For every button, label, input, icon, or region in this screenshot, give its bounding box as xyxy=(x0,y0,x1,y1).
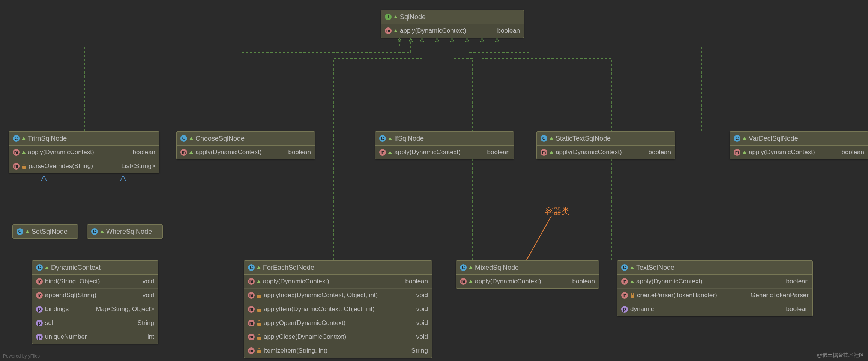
node-title: SetSqlNode xyxy=(32,228,68,236)
member-row: m apply(DynamicContext) boolean xyxy=(537,146,675,159)
node-foreachsqlnode[interactable]: C ForEachSqlNode m apply(DynamicContext)… xyxy=(244,260,432,358)
member-sig: applyOpen(DynamicContext) xyxy=(264,319,414,327)
node-trimsqlnode[interactable]: C TrimSqlNode m apply(DynamicContext) bo… xyxy=(9,131,159,173)
implements-up-icon xyxy=(550,137,553,140)
annotation-label: 容器类 xyxy=(545,206,570,217)
method-icon: m xyxy=(248,320,255,326)
node-choosesqlnode[interactable]: C ChooseSqlNode m apply(DynamicContext) … xyxy=(176,131,315,159)
property-icon: p xyxy=(36,334,43,340)
property-icon: p xyxy=(36,320,43,326)
node-title: StaticTextSqlNode xyxy=(556,135,611,143)
member-ret: List<String> xyxy=(121,162,155,170)
member-sig: dynamic xyxy=(630,305,784,313)
member-ret: void xyxy=(143,278,154,285)
member-row: m itemizeItem(String, int) String xyxy=(244,344,432,358)
member-ret: boolean xyxy=(786,278,809,285)
node-vardeclsqlnode[interactable]: C VarDeclSqlNode m apply(DynamicContext)… xyxy=(730,131,868,159)
member-ret: Map<String, Object> xyxy=(96,305,154,313)
member-sig: parseOverrides(String) xyxy=(29,162,119,170)
implements-up-icon xyxy=(45,266,49,269)
override-icon xyxy=(743,151,746,154)
member-row: p bindings Map<String, Object> xyxy=(32,302,158,316)
member-row: m parseOverrides(String) List<String> xyxy=(9,159,159,173)
member-row: p uniqueNumber int xyxy=(32,330,158,344)
lock-icon xyxy=(257,320,261,326)
override-icon xyxy=(394,29,398,32)
method-icon: m xyxy=(379,149,386,156)
implements-up-icon xyxy=(100,230,104,233)
method-icon: m xyxy=(13,149,20,156)
member-row: m bind(String, Object) void xyxy=(32,275,158,289)
class-icon: C xyxy=(36,264,43,271)
member-row: m createParser(TokenHandler) GenericToke… xyxy=(617,289,812,302)
method-icon: m xyxy=(541,149,547,156)
node-mixedsqlnode[interactable]: C MixedSqlNode m apply(DynamicContext) b… xyxy=(456,260,599,289)
implements-up-icon xyxy=(26,230,29,233)
node-sqlnode[interactable]: I SqlNode m apply(DynamicContext) boolea… xyxy=(381,10,524,38)
node-title: VarDeclSqlNode xyxy=(749,135,798,143)
node-setsqlnode[interactable]: C SetSqlNode xyxy=(12,224,78,239)
node-textsqlnode[interactable]: C TextSqlNode m apply(DynamicContext) bo… xyxy=(617,260,813,316)
member-sig: itemizeItem(String, int) xyxy=(264,347,409,355)
class-icon: C xyxy=(13,135,20,142)
override-icon xyxy=(22,151,26,154)
node-header: C WhereSqlNode xyxy=(87,225,162,238)
member-sig: applyClose(DynamicContext) xyxy=(264,333,414,341)
implements-up-icon xyxy=(388,137,392,140)
class-icon: C xyxy=(17,228,23,235)
implements-up-icon xyxy=(743,137,746,140)
class-icon: C xyxy=(460,264,467,271)
method-icon: m xyxy=(248,292,255,299)
class-icon: C xyxy=(734,135,740,142)
member-sig: apply(DynamicContext) xyxy=(475,278,570,285)
member-row: p sql String xyxy=(32,316,158,330)
implements-up-icon xyxy=(630,266,634,269)
node-title: MixedSqlNode xyxy=(475,264,519,272)
member-row: m apply(DynamicContext) boolean xyxy=(456,275,599,288)
node-title: WhereSqlNode xyxy=(106,228,152,236)
member-ret: boolean xyxy=(487,149,510,156)
member-ret: boolean xyxy=(405,278,428,285)
node-title: SqlNode xyxy=(400,13,426,21)
member-sig: apply(DynamicContext) xyxy=(556,149,646,156)
member-sig: apply(DynamicContext) xyxy=(28,149,130,156)
method-icon: m xyxy=(180,149,187,156)
member-sig: bind(String, Object) xyxy=(45,278,140,285)
lock-icon xyxy=(630,293,635,298)
member-ret: void xyxy=(416,305,428,313)
powered-by-text: Powered by yFiles xyxy=(3,353,40,359)
member-row: m apply(DynamicContext) boolean xyxy=(730,146,868,159)
class-icon: C xyxy=(91,228,98,235)
member-row: m applyIndex(DynamicContext, Object, int… xyxy=(244,289,432,302)
node-title: TrimSqlNode xyxy=(28,135,67,143)
node-statictextsqlnode[interactable]: C StaticTextSqlNode m apply(DynamicConte… xyxy=(536,131,675,159)
node-wheresqlnode[interactable]: C WhereSqlNode xyxy=(87,224,163,239)
member-sig: apply(DynamicContext) xyxy=(636,278,784,285)
class-icon: C xyxy=(379,135,386,142)
member-sig: uniqueNumber xyxy=(45,333,145,341)
member-row: m applyOpen(DynamicContext) void xyxy=(244,316,432,330)
implements-up-icon xyxy=(257,266,261,269)
node-header: C MixedSqlNode xyxy=(456,261,599,275)
method-icon: m xyxy=(734,149,740,156)
member-ret: boolean xyxy=(497,27,520,35)
override-icon xyxy=(257,280,261,283)
class-icon: C xyxy=(248,264,255,271)
node-header: C DynamicContext xyxy=(32,261,158,275)
member-ret: boolean xyxy=(648,149,671,156)
member-sig: createParser(TokenHandler) xyxy=(637,292,748,299)
lock-icon xyxy=(257,348,261,353)
member-ret: boolean xyxy=(572,278,595,285)
member-ret: int xyxy=(147,333,154,341)
override-icon xyxy=(630,280,634,283)
member-row: m appendSql(String) void xyxy=(32,289,158,302)
node-header: C SetSqlNode xyxy=(13,225,78,238)
node-dynamiccontext[interactable]: C DynamicContext m bind(String, Object) … xyxy=(32,260,158,344)
member-sig: apply(DynamicContext) xyxy=(749,149,839,156)
node-header: C VarDeclSqlNode xyxy=(730,132,868,146)
node-ifsqlnode[interactable]: C IfSqlNode m apply(DynamicContext) bool… xyxy=(375,131,514,159)
member-row: m apply(DynamicContext) boolean xyxy=(381,24,524,38)
member-row: m applyItem(DynamicContext, Object, int)… xyxy=(244,302,432,316)
member-row: m applyClose(DynamicContext) void xyxy=(244,330,432,344)
method-icon: m xyxy=(385,27,392,34)
